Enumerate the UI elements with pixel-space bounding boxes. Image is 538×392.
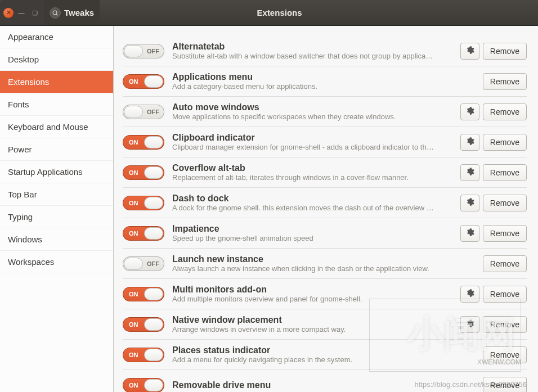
gear-icon xyxy=(465,137,474,148)
extension-title: Impatience xyxy=(172,224,452,234)
extension-row-coverflow-alt-tab: ONCoverflow alt-tabReplacement of alt-ta… xyxy=(123,157,527,188)
extension-description: Arrange windows in overview in a more co… xyxy=(172,325,452,334)
sidebar-item-power[interactable]: Power xyxy=(0,138,113,161)
toggle-label: ON xyxy=(129,169,138,176)
remove-button[interactable]: Remove xyxy=(483,195,527,211)
toggle-launch-new-instance[interactable]: OFF xyxy=(123,256,164,271)
toggle-label: ON xyxy=(129,321,138,328)
remove-button[interactable]: Remove xyxy=(483,73,527,90)
gear-icon xyxy=(465,197,474,209)
extension-actions: Remove xyxy=(483,346,527,363)
toggle-label: ON xyxy=(129,230,138,237)
sidebar-item-top-bar[interactable]: Top Bar xyxy=(0,183,113,206)
extension-description: Speed up the gnome-shell animation speed xyxy=(172,234,452,242)
extension-description: Substitute alt-tab with a window based s… xyxy=(172,52,452,60)
extension-description: A dock for the gnome shell. this extensi… xyxy=(172,204,452,212)
extension-title: Auto move windows xyxy=(172,102,452,112)
sidebar-item-workspaces[interactable]: Workspaces xyxy=(0,251,113,273)
settings-button[interactable] xyxy=(460,316,479,333)
extension-info: Launch new instanceAlways launch a new i… xyxy=(172,254,475,273)
svg-line-1 xyxy=(56,14,58,16)
sidebar-item-typing[interactable]: Typing xyxy=(0,206,113,228)
settings-button[interactable] xyxy=(460,195,479,211)
sidebar-item-keyboard-and-mouse[interactable]: Keyboard and Mouse xyxy=(0,116,113,138)
gear-icon xyxy=(465,46,474,57)
remove-button[interactable]: Remove xyxy=(483,316,527,333)
toggle-dash-to-dock[interactable]: ON xyxy=(123,196,164,210)
sidebar-item-fonts[interactable]: Fonts xyxy=(0,93,113,116)
extensions-list: OFFAlternatetabSubstitute alt-tab with a… xyxy=(114,26,538,392)
extension-actions: Remove xyxy=(460,286,527,303)
toggle-impatience[interactable]: ON xyxy=(123,226,164,241)
toggle-knob xyxy=(144,288,163,300)
toggle-knob xyxy=(144,197,163,209)
extension-actions: Remove xyxy=(483,255,527,272)
settings-button[interactable] xyxy=(460,103,479,120)
toggle-coverflow-alt-tab[interactable]: ON xyxy=(123,165,164,180)
toggle-label: ON xyxy=(129,382,138,389)
remove-button[interactable]: Remove xyxy=(483,225,527,242)
toggle-multi-monitors-add-on[interactable]: ON xyxy=(123,287,164,301)
settings-button[interactable] xyxy=(460,164,479,181)
remove-button[interactable]: Remove xyxy=(483,164,527,181)
remove-button[interactable]: Remove xyxy=(483,255,527,272)
minimize-icon[interactable]: — xyxy=(16,7,27,19)
extension-row-applications-menu: ONApplications menuAdd a category-based … xyxy=(123,66,527,97)
settings-button[interactable] xyxy=(460,286,479,303)
close-icon[interactable]: ✕ xyxy=(3,8,14,18)
toggle-places-status-indicator[interactable]: ON xyxy=(123,348,164,362)
extension-info: Coverflow alt-tabReplacement of alt-tab,… xyxy=(172,163,452,182)
remove-button[interactable]: Remove xyxy=(483,103,527,120)
extension-title: Removable drive menu xyxy=(172,380,475,390)
extension-description: Move applications to specific workspaces… xyxy=(172,112,452,121)
extension-info: AlternatetabSubstitute alt-tab with a wi… xyxy=(172,42,452,60)
extension-title: Places status indicator xyxy=(172,345,475,355)
remove-button[interactable]: Remove xyxy=(483,134,527,151)
toggle-label: OFF xyxy=(147,109,159,115)
toggle-label: OFF xyxy=(147,260,159,267)
extension-title: Native window placement xyxy=(172,315,452,325)
extension-info: ImpatienceSpeed up the gnome-shell anima… xyxy=(172,224,452,242)
settings-button[interactable] xyxy=(460,134,479,151)
extension-actions: Remove xyxy=(460,134,527,151)
toggle-alternatetab[interactable]: OFF xyxy=(123,44,164,58)
toggle-applications-menu[interactable]: ON xyxy=(123,74,164,89)
extension-info: Applications menuAdd a category-based me… xyxy=(172,72,475,91)
gear-icon xyxy=(465,228,474,239)
sidebar-item-windows[interactable]: Windows xyxy=(0,228,113,251)
extension-actions: Remove xyxy=(460,103,527,120)
sidebar-item-desktop[interactable]: Desktop xyxy=(0,48,113,71)
extension-description: Always launch a new instance when clicki… xyxy=(172,264,475,273)
sidebar-item-extensions[interactable]: Extensions xyxy=(0,71,113,93)
extension-description: Add multiple monitors overview and panel… xyxy=(172,295,452,303)
extension-info: Multi monitors add-onAdd multiple monito… xyxy=(172,285,452,303)
toggle-label: ON xyxy=(129,139,138,146)
extension-description: Clipboard manager extension for gnome-sh… xyxy=(172,143,452,151)
toggle-label: ON xyxy=(129,78,138,85)
toggle-auto-move-windows[interactable]: OFF xyxy=(123,105,164,119)
settings-button[interactable] xyxy=(460,43,479,60)
remove-button[interactable]: Remove xyxy=(483,286,527,303)
extension-info: Native window placementArrange windows i… xyxy=(172,315,452,334)
app-identity: Tweaks xyxy=(44,0,100,25)
remove-button[interactable]: Remove xyxy=(483,43,527,60)
maximize-icon[interactable]: ▢ xyxy=(29,7,41,19)
extension-title: Launch new instance xyxy=(172,254,475,264)
titlebar: ✕ — ▢ Tweaks Extensions xyxy=(0,0,538,26)
extension-description: Add a menu for quickly navigating places… xyxy=(172,355,475,364)
toggle-knob xyxy=(144,75,163,88)
toggle-removable-drive-menu[interactable]: ON xyxy=(123,378,164,393)
toggle-clipboard-indicator[interactable]: ON xyxy=(123,135,164,150)
toggle-label: ON xyxy=(129,291,138,298)
extension-info: Places status indicatorAdd a menu for qu… xyxy=(172,345,475,364)
settings-button[interactable] xyxy=(460,225,479,242)
extension-row-dash-to-dock: ONDash to dockA dock for the gnome shell… xyxy=(123,188,527,218)
tweaks-icon xyxy=(50,7,61,19)
extension-actions: Remove xyxy=(460,43,527,60)
toggle-native-window-placement[interactable]: ON xyxy=(123,317,164,332)
remove-button[interactable]: Remove xyxy=(483,377,527,393)
remove-button[interactable]: Remove xyxy=(483,346,527,363)
sidebar-item-appearance[interactable]: Appearance xyxy=(0,26,113,48)
sidebar-item-startup-applications[interactable]: Startup Applications xyxy=(0,161,113,183)
extension-row-impatience: ONImpatienceSpeed up the gnome-shell ani… xyxy=(123,218,527,249)
